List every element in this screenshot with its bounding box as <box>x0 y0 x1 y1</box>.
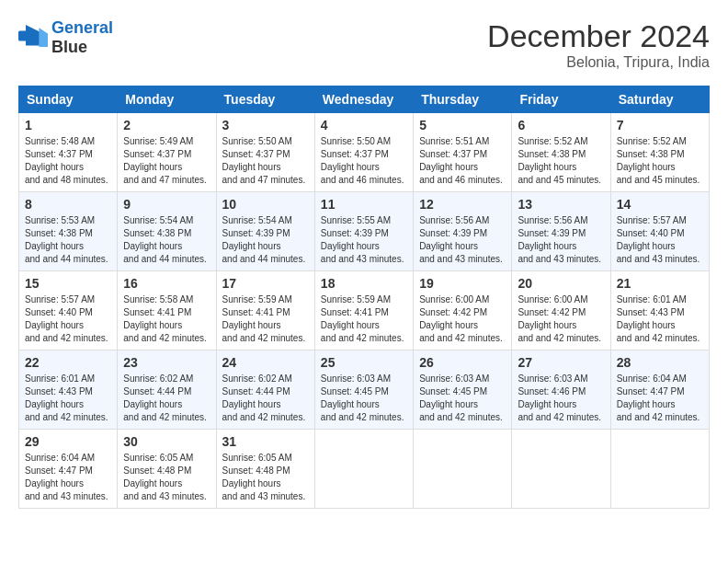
calendar-cell: 1 Sunrise: 5:48 AMSunset: 4:37 PMDayligh… <box>19 113 118 192</box>
calendar-cell: 15 Sunrise: 5:57 AMSunset: 4:40 PMDaylig… <box>19 271 118 350</box>
calendar-cell: 3 Sunrise: 5:50 AMSunset: 4:37 PMDayligh… <box>216 113 314 192</box>
svg-marker-2 <box>39 28 48 47</box>
calendar-cell: 30 Sunrise: 6:05 AMSunset: 4:48 PMDaylig… <box>118 430 216 509</box>
day-info: Sunrise: 5:56 AMSunset: 4:39 PMDaylight … <box>518 214 604 266</box>
calendar-cell: 19 Sunrise: 6:00 AMSunset: 4:42 PMDaylig… <box>414 271 512 350</box>
day-number: 10 <box>222 197 309 212</box>
day-info: Sunrise: 5:52 AMSunset: 4:38 PMDaylight … <box>617 135 703 187</box>
day-info: Sunrise: 5:50 AMSunset: 4:37 PMDaylight … <box>321 135 407 187</box>
calendar-cell: 18 Sunrise: 5:59 AMSunset: 4:41 PMDaylig… <box>314 271 413 350</box>
day-info: Sunrise: 6:02 AMSunset: 4:44 PMDaylight … <box>222 373 309 424</box>
calendar-cell: 6 Sunrise: 5:52 AMSunset: 4:38 PMDayligh… <box>512 113 610 192</box>
day-info: Sunrise: 6:03 AMSunset: 4:45 PMDaylight … <box>321 373 407 424</box>
col-tuesday: Tuesday <box>216 86 314 113</box>
calendar-cell: 31 Sunrise: 6:05 AMSunset: 4:48 PMDaylig… <box>216 430 314 509</box>
day-info: Sunrise: 5:57 AMSunset: 4:40 PMDaylight … <box>25 293 111 345</box>
day-info: Sunrise: 5:58 AMSunset: 4:41 PMDaylight … <box>123 293 210 345</box>
header: General Blue December 2024 Belonia, Trip… <box>18 18 710 71</box>
day-number: 22 <box>25 355 111 370</box>
day-info: Sunrise: 5:54 AMSunset: 4:38 PMDaylight … <box>123 214 210 266</box>
day-number: 18 <box>321 276 407 291</box>
day-number: 5 <box>419 118 506 132</box>
day-number: 27 <box>518 355 604 370</box>
col-friday: Friday <box>512 86 610 113</box>
day-info: Sunrise: 6:03 AMSunset: 4:45 PMDaylight … <box>419 373 506 424</box>
day-info: Sunrise: 6:03 AMSunset: 4:46 PMDaylight … <box>518 373 604 424</box>
logo-text: General Blue <box>51 18 113 57</box>
calendar-week-row: 29 Sunrise: 6:04 AMSunset: 4:47 PMDaylig… <box>19 430 710 509</box>
calendar-cell: 20 Sunrise: 6:00 AMSunset: 4:42 PMDaylig… <box>512 271 610 350</box>
day-info: Sunrise: 5:49 AMSunset: 4:37 PMDaylight … <box>123 135 210 187</box>
calendar-subtitle: Belonia, Tripura, India <box>487 54 710 71</box>
calendar-cell: 28 Sunrise: 6:04 AMSunset: 4:47 PMDaylig… <box>610 350 709 430</box>
day-info: Sunrise: 5:59 AMSunset: 4:41 PMDaylight … <box>321 293 407 345</box>
day-number: 6 <box>518 118 604 132</box>
header-row: Sunday Monday Tuesday Wednesday Thursday… <box>19 86 710 113</box>
day-number: 17 <box>222 276 309 291</box>
day-number: 28 <box>617 355 703 370</box>
day-number: 21 <box>617 276 703 291</box>
col-saturday: Saturday <box>610 86 709 113</box>
calendar-cell: 4 Sunrise: 5:50 AMSunset: 4:37 PMDayligh… <box>314 113 413 192</box>
svg-marker-1 <box>26 25 40 45</box>
day-number: 24 <box>222 355 309 370</box>
col-sunday: Sunday <box>19 86 118 113</box>
day-number: 3 <box>222 118 309 132</box>
col-monday: Monday <box>118 86 216 113</box>
day-info: Sunrise: 6:05 AMSunset: 4:48 PMDaylight … <box>222 452 309 503</box>
day-number: 4 <box>321 118 407 132</box>
day-number: 2 <box>123 118 210 132</box>
day-info: Sunrise: 5:59 AMSunset: 4:41 PMDaylight … <box>222 293 309 345</box>
calendar-week-row: 1 Sunrise: 5:48 AMSunset: 4:37 PMDayligh… <box>19 113 710 192</box>
day-number: 9 <box>123 197 210 212</box>
day-number: 11 <box>321 197 407 212</box>
day-info: Sunrise: 5:51 AMSunset: 4:37 PMDaylight … <box>419 135 506 187</box>
day-number: 29 <box>25 434 111 449</box>
calendar-cell: 25 Sunrise: 6:03 AMSunset: 4:45 PMDaylig… <box>314 350 413 430</box>
day-info: Sunrise: 6:00 AMSunset: 4:42 PMDaylight … <box>518 293 604 345</box>
calendar-cell: 8 Sunrise: 5:53 AMSunset: 4:38 PMDayligh… <box>19 192 118 271</box>
calendar-cell: 12 Sunrise: 5:56 AMSunset: 4:39 PMDaylig… <box>414 192 512 271</box>
calendar-cell: 9 Sunrise: 5:54 AMSunset: 4:38 PMDayligh… <box>118 192 216 271</box>
day-number: 26 <box>419 355 506 370</box>
day-info: Sunrise: 6:04 AMSunset: 4:47 PMDaylight … <box>25 452 111 503</box>
calendar-cell: 7 Sunrise: 5:52 AMSunset: 4:38 PMDayligh… <box>610 113 709 192</box>
calendar-cell: 26 Sunrise: 6:03 AMSunset: 4:45 PMDaylig… <box>414 350 512 430</box>
day-number: 7 <box>617 118 703 132</box>
col-wednesday: Wednesday <box>314 86 413 113</box>
day-number: 15 <box>25 276 111 291</box>
day-number: 12 <box>419 197 506 212</box>
calendar-cell: 23 Sunrise: 6:02 AMSunset: 4:44 PMDaylig… <box>118 350 216 430</box>
calendar-cell <box>512 430 610 509</box>
calendar-table: Sunday Monday Tuesday Wednesday Thursday… <box>18 86 710 509</box>
calendar-cell <box>414 430 512 509</box>
logo-icon <box>18 25 48 51</box>
day-number: 20 <box>518 276 604 291</box>
day-info: Sunrise: 5:53 AMSunset: 4:38 PMDaylight … <box>25 214 111 266</box>
calendar-cell: 5 Sunrise: 5:51 AMSunset: 4:37 PMDayligh… <box>414 113 512 192</box>
calendar-cell: 17 Sunrise: 5:59 AMSunset: 4:41 PMDaylig… <box>216 271 314 350</box>
calendar-cell: 14 Sunrise: 5:57 AMSunset: 4:40 PMDaylig… <box>610 192 709 271</box>
calendar-cell: 13 Sunrise: 5:56 AMSunset: 4:39 PMDaylig… <box>512 192 610 271</box>
calendar-cell: 24 Sunrise: 6:02 AMSunset: 4:44 PMDaylig… <box>216 350 314 430</box>
calendar-cell: 2 Sunrise: 5:49 AMSunset: 4:37 PMDayligh… <box>118 113 216 192</box>
title-section: December 2024 Belonia, Tripura, India <box>487 18 710 71</box>
day-info: Sunrise: 6:01 AMSunset: 4:43 PMDaylight … <box>617 293 703 345</box>
day-number: 25 <box>321 355 407 370</box>
calendar-cell: 10 Sunrise: 5:54 AMSunset: 4:39 PMDaylig… <box>216 192 314 271</box>
calendar-cell <box>610 430 709 509</box>
calendar-cell <box>314 430 413 509</box>
calendar-cell: 11 Sunrise: 5:55 AMSunset: 4:39 PMDaylig… <box>314 192 413 271</box>
calendar-week-row: 8 Sunrise: 5:53 AMSunset: 4:38 PMDayligh… <box>19 192 710 271</box>
col-thursday: Thursday <box>414 86 512 113</box>
day-number: 8 <box>25 197 111 212</box>
day-info: Sunrise: 5:56 AMSunset: 4:39 PMDaylight … <box>419 214 506 266</box>
calendar-title: December 2024 <box>487 18 710 54</box>
day-info: Sunrise: 6:04 AMSunset: 4:47 PMDaylight … <box>617 373 703 424</box>
calendar-cell: 16 Sunrise: 5:58 AMSunset: 4:41 PMDaylig… <box>118 271 216 350</box>
logo: General Blue <box>18 18 113 57</box>
day-number: 13 <box>518 197 604 212</box>
day-info: Sunrise: 5:48 AMSunset: 4:37 PMDaylight … <box>25 135 111 187</box>
day-info: Sunrise: 6:02 AMSunset: 4:44 PMDaylight … <box>123 373 210 424</box>
day-number: 23 <box>123 355 210 370</box>
